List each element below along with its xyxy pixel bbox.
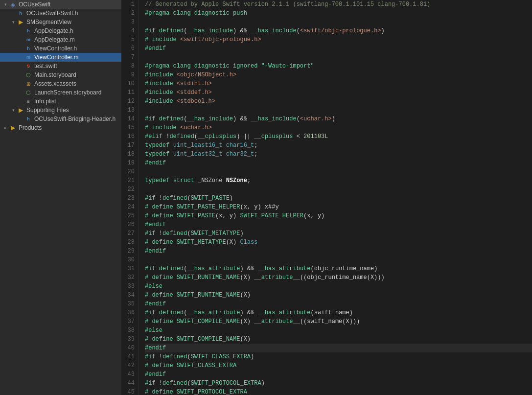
code-content[interactable]: // Generated by Apple Swift version 2.1.… bbox=[139, 0, 532, 395]
code-line: #endif bbox=[145, 300, 532, 308]
code-line: #if defined(__has_attribute) && __has_at… bbox=[145, 264, 532, 273]
code-line: #include <stdbool.h> bbox=[145, 97, 532, 106]
code-line bbox=[145, 18, 532, 26]
line-number: 36 bbox=[123, 308, 135, 317]
sidebar-item-label: test.swift bbox=[34, 63, 119, 70]
code-line: # define SWIFT_RUNTIME_NAME(X) bbox=[145, 291, 532, 300]
code-line: # define SWIFT_PASTE(x, y) SWIFT_PASTE_H… bbox=[145, 211, 532, 220]
code-line: typedef struct _NSZone NSZone; bbox=[145, 176, 532, 185]
sidebar-item-supporting[interactable]: ▶Supporting Files bbox=[0, 106, 121, 115]
line-number: 32 bbox=[123, 273, 135, 282]
line-number: 7 bbox=[123, 53, 135, 62]
line-number: 42 bbox=[123, 361, 135, 370]
line-number: 19 bbox=[123, 159, 135, 167]
sidebar-item-test-swift[interactable]: Stest.swift bbox=[0, 62, 121, 70]
line-number: 38 bbox=[123, 326, 135, 335]
line-number: 31 bbox=[123, 264, 135, 273]
line-number: 37 bbox=[123, 317, 135, 326]
sidebar-item-main-storyboard[interactable]: ⬡Main.storyboard bbox=[0, 70, 121, 79]
sidebar-item-info-plist[interactable]: ≡Info.plist bbox=[0, 97, 121, 106]
line-number: 45 bbox=[123, 388, 135, 395]
code-line: # define SWIFT_COMPILE_NAME(X) __attribu… bbox=[145, 317, 532, 326]
line-number: 20 bbox=[123, 167, 135, 176]
code-line bbox=[145, 256, 532, 264]
expand-arrow[interactable] bbox=[2, 125, 9, 130]
line-number: 30 bbox=[123, 256, 135, 264]
code-line: #if !defined(SWIFT_PROTOCOL_EXTRA) bbox=[145, 379, 532, 388]
line-numbers: 1234567891011121314151617181920212223242… bbox=[121, 0, 139, 395]
line-number: 2 bbox=[123, 9, 135, 18]
line-number: 6 bbox=[123, 44, 135, 53]
line-number: 28 bbox=[123, 238, 135, 247]
line-number: 11 bbox=[123, 88, 135, 97]
storyboard-icon: ⬡ bbox=[24, 71, 32, 78]
line-number: 41 bbox=[123, 352, 135, 361]
line-number: 23 bbox=[123, 194, 135, 203]
sidebar-item-app-delegate-m[interactable]: mAppDelegate.m bbox=[0, 35, 121, 44]
code-line bbox=[145, 167, 532, 176]
line-number: 18 bbox=[123, 150, 135, 159]
line-number: 26 bbox=[123, 220, 135, 229]
code-line: #include <stddef.h> bbox=[145, 88, 532, 97]
collapse-arrow[interactable] bbox=[10, 20, 17, 24]
sidebar: ◈OCUseSwifthOCUseSwift-Swift.h▶SMSegment… bbox=[0, 0, 121, 395]
code-line: # include <swift/objc-prologue.h> bbox=[145, 35, 532, 44]
code-line: #if defined(__has_include) && __has_incl… bbox=[145, 26, 532, 35]
sidebar-item-label: OCUseSwift bbox=[19, 1, 119, 8]
sidebar-item-label: LaunchScreen.storyboard bbox=[34, 89, 119, 96]
code-line bbox=[145, 106, 532, 115]
m-file-icon: m bbox=[24, 54, 32, 61]
m-file-icon: m bbox=[24, 36, 32, 43]
line-number: 29 bbox=[123, 247, 135, 256]
sidebar-item-sm-segment[interactable]: ▶SMSegmentView bbox=[0, 18, 121, 26]
code-line: #if defined(__has_include) && __has_incl… bbox=[145, 115, 532, 123]
code-line: # define SWIFT_PROTOCOL_EXTRA bbox=[145, 388, 532, 395]
sidebar-item-label: ViewController.m bbox=[34, 54, 119, 61]
line-number: 40 bbox=[123, 344, 135, 352]
sidebar-item-root[interactable]: ◈OCUseSwift bbox=[0, 0, 121, 9]
group-icon: ◈ bbox=[9, 1, 17, 8]
sidebar-item-products[interactable]: ▶Products bbox=[0, 123, 121, 132]
line-number: 15 bbox=[123, 123, 135, 132]
code-line: #endif bbox=[145, 44, 532, 53]
line-number: 1 bbox=[123, 0, 135, 9]
line-number: 9 bbox=[123, 70, 135, 79]
line-number: 16 bbox=[123, 132, 135, 141]
code-line: #endif bbox=[145, 247, 532, 256]
sidebar-item-launch-screen[interactable]: ⬡LaunchScreen.storyboard bbox=[0, 88, 121, 97]
sidebar-item-oc-swift-h[interactable]: hOCUseSwift-Swift.h bbox=[0, 9, 121, 18]
folder-icon: ▶ bbox=[9, 124, 17, 131]
sidebar-item-label: AppDelegate.h bbox=[34, 27, 119, 34]
line-number: 25 bbox=[123, 211, 135, 220]
sidebar-item-assets[interactable]: ⊞Assets.xcassets bbox=[0, 79, 121, 88]
h-file-icon: h bbox=[24, 27, 32, 34]
line-number: 12 bbox=[123, 97, 135, 106]
sidebar-item-label: AppDelegate.m bbox=[34, 36, 119, 43]
sidebar-item-view-controller-h[interactable]: hViewController.h bbox=[0, 44, 121, 53]
collapse-arrow[interactable] bbox=[10, 108, 17, 113]
code-line: #if !defined(SWIFT_PASTE) bbox=[145, 194, 532, 203]
sidebar-item-label: SMSegmentView bbox=[26, 19, 119, 25]
line-number: 13 bbox=[123, 106, 135, 115]
h-file-icon: h bbox=[24, 116, 32, 122]
line-number: 33 bbox=[123, 282, 135, 291]
code-line: #include <stdint.h> bbox=[145, 79, 532, 88]
code-line: #elif !defined(__cplusplus) || __cpluspl… bbox=[145, 132, 532, 141]
line-number: 34 bbox=[123, 291, 135, 300]
code-line bbox=[145, 185, 532, 194]
sidebar-item-label: Main.storyboard bbox=[34, 71, 119, 78]
code-line: // Generated by Apple Swift version 2.1.… bbox=[145, 0, 532, 9]
xcassets-icon: ⊞ bbox=[24, 80, 32, 87]
folder-icon: ▶ bbox=[17, 19, 24, 25]
sidebar-item-view-controller-m[interactable]: mViewController.m bbox=[0, 53, 121, 62]
sidebar-item-bridging-header[interactable]: hOCUseSwift-Bridging-Header.h bbox=[0, 115, 121, 123]
line-number: 10 bbox=[123, 79, 135, 88]
sidebar-item-app-delegate-h[interactable]: hAppDelegate.h bbox=[0, 26, 121, 35]
collapse-arrow[interactable] bbox=[2, 2, 9, 7]
line-number: 22 bbox=[123, 185, 135, 194]
code-line: typedef uint_least16_t char16_t; bbox=[145, 141, 532, 150]
code-editor: 1234567891011121314151617181920212223242… bbox=[121, 0, 532, 395]
code-line: #include <objc/NSObject.h> bbox=[145, 70, 532, 79]
code-line: #endif bbox=[145, 220, 532, 229]
code-line: #else bbox=[145, 282, 532, 291]
